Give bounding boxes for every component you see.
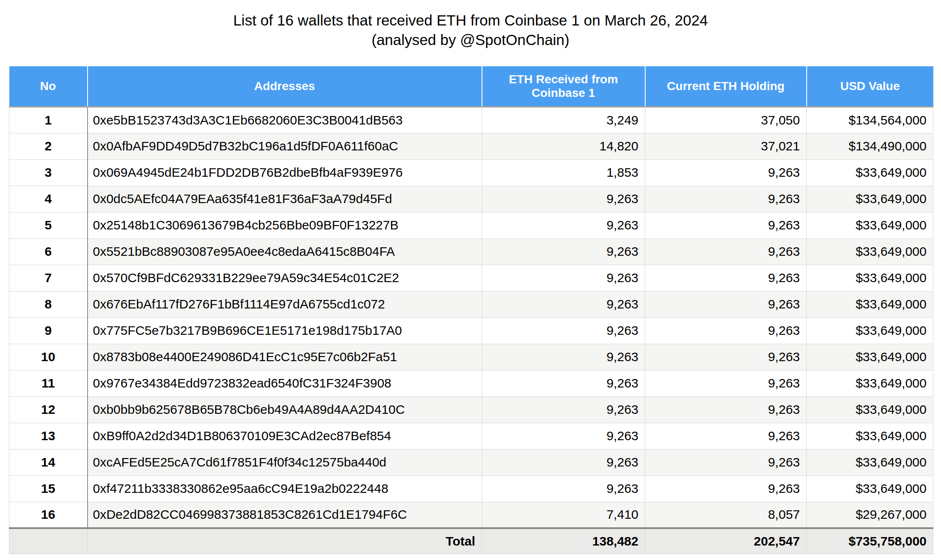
column-header-eth-received: ETH Received from Coinbase 1 <box>482 66 645 107</box>
cell-address: 0x9767e34384Edd9723832ead6540fC31F324F39… <box>88 370 482 396</box>
cell-no: 7 <box>9 265 88 291</box>
cell-current-holding: 9,263 <box>645 291 807 317</box>
cell-eth-received: 9,263 <box>482 212 645 238</box>
cell-eth-received: 9,263 <box>482 186 645 212</box>
cell-current-holding: 9,263 <box>645 449 807 475</box>
cell-current-holding: 9,263 <box>645 265 807 291</box>
cell-current-holding: 9,263 <box>645 475 807 502</box>
cell-address: 0x5521bBc88903087e95A0ee4c8edaA6415c8B04… <box>88 238 482 265</box>
cell-usd-value: $134,490,000 <box>807 133 933 159</box>
cell-no: 14 <box>9 449 88 475</box>
cell-no: 15 <box>9 475 88 502</box>
cell-eth-received: 9,263 <box>482 291 645 317</box>
table-row: 15 0xf47211b3338330862e95aa6cC94E19a2b02… <box>9 475 933 502</box>
cell-eth-received: 9,263 <box>482 265 645 291</box>
column-header-no: No <box>9 66 88 107</box>
cell-usd-value: $33,649,000 <box>807 186 933 212</box>
table-subtitle: (analysed by @SpotOnChain) <box>0 30 941 50</box>
cell-usd-value: $33,649,000 <box>807 344 933 370</box>
cell-current-holding: 9,263 <box>645 186 807 212</box>
column-header-addresses: Addresses <box>88 66 482 107</box>
cell-address: 0xB9ff0A2d2d34D1B806370109E3CAd2ec87Bef8… <box>88 423 482 449</box>
cell-address: 0x8783b08e4400E249086D41EcC1c95E7c06b2Fa… <box>88 344 482 370</box>
table-title: List of 16 wallets that received ETH fro… <box>0 11 941 30</box>
cell-eth-received: 7,410 <box>482 502 645 528</box>
table-body: 1 0xe5bB1523743d3A3C1Eb6682060E3C3B0041d… <box>9 107 933 528</box>
cell-usd-value: $33,649,000 <box>807 423 933 449</box>
cell-usd-value: $33,649,000 <box>807 317 933 344</box>
cell-address: 0xcAFEd5E25cA7Cd61f7851F4f0f34c12575ba44… <box>88 449 482 475</box>
cell-eth-received: 3,249 <box>482 107 645 133</box>
table-row: 8 0x676EbAf117fD276F1bBf1114E97dA6755cd1… <box>9 291 933 317</box>
cell-usd-value: $33,649,000 <box>807 370 933 396</box>
total-usd-value: $735,758,000 <box>807 528 933 554</box>
cell-address: 0x069A4945dE24b1FDD2DB76B2dbeBfb4aF939E9… <box>88 159 482 186</box>
cell-usd-value: $33,649,000 <box>807 291 933 317</box>
column-header-current-holding: Current ETH Holding <box>645 66 807 107</box>
total-eth-received: 138,482 <box>482 528 645 554</box>
cell-address: 0xe5bB1523743d3A3C1Eb6682060E3C3B0041dB5… <box>88 107 482 133</box>
cell-address: 0xf47211b3338330862e95aa6cC94E19a2b02224… <box>88 475 482 502</box>
cell-eth-received: 9,263 <box>482 475 645 502</box>
header-row: No Addresses ETH Received from Coinbase … <box>9 66 933 107</box>
cell-usd-value: $33,649,000 <box>807 159 933 186</box>
total-current-holding: 202,547 <box>645 528 807 554</box>
cell-current-holding: 9,263 <box>645 396 807 423</box>
cell-usd-value: $33,649,000 <box>807 475 933 502</box>
cell-current-holding: 9,263 <box>645 159 807 186</box>
table-header: No Addresses ETH Received from Coinbase … <box>9 66 933 107</box>
cell-address: 0x775FC5e7b3217B9B696CE1E5171e198d175b17… <box>88 317 482 344</box>
cell-current-holding: 9,263 <box>645 344 807 370</box>
total-empty-cell <box>9 528 88 554</box>
title-block: List of 16 wallets that received ETH fro… <box>0 11 941 50</box>
cell-address: 0x676EbAf117fD276F1bBf1114E97dA6755cd1c0… <box>88 291 482 317</box>
cell-usd-value: $29,267,000 <box>807 502 933 528</box>
table-row: 11 0x9767e34384Edd9723832ead6540fC31F324… <box>9 370 933 396</box>
cell-no: 3 <box>9 159 88 186</box>
table-row: 3 0x069A4945dE24b1FDD2DB76B2dbeBfb4aF939… <box>9 159 933 186</box>
cell-current-holding: 9,263 <box>645 370 807 396</box>
cell-eth-received: 9,263 <box>482 449 645 475</box>
cell-usd-value: $33,649,000 <box>807 265 933 291</box>
table-footer: Total 138,482 202,547 $735,758,000 <box>9 528 933 554</box>
cell-eth-received: 9,263 <box>482 370 645 396</box>
cell-current-holding: 9,263 <box>645 423 807 449</box>
cell-usd-value: $134,564,000 <box>807 107 933 133</box>
cell-usd-value: $33,649,000 <box>807 449 933 475</box>
cell-current-holding: 9,263 <box>645 317 807 344</box>
table-row: 14 0xcAFEd5E25cA7Cd61f7851F4f0f34c12575b… <box>9 449 933 475</box>
wallets-table: No Addresses ETH Received from Coinbase … <box>9 66 933 554</box>
cell-address: 0x25148b1C3069613679B4cb256Bbe09BF0F1322… <box>88 212 482 238</box>
table-row: 9 0x775FC5e7b3217B9B696CE1E5171e198d175b… <box>9 317 933 344</box>
cell-address: 0x0AfbAF9DD49D5d7B32bC196a1d5fDF0A611f60… <box>88 133 482 159</box>
table-row: 12 0xb0bb9b625678B65B78Cb6eb49A4A89d4AA2… <box>9 396 933 423</box>
cell-eth-received: 14,820 <box>482 133 645 159</box>
cell-no: 1 <box>9 107 88 133</box>
cell-current-holding: 9,263 <box>645 212 807 238</box>
cell-usd-value: $33,649,000 <box>807 238 933 265</box>
cell-eth-received: 9,263 <box>482 396 645 423</box>
cell-eth-received: 9,263 <box>482 238 645 265</box>
cell-no: 13 <box>9 423 88 449</box>
table-row: 2 0x0AfbAF9DD49D5d7B32bC196a1d5fDF0A611f… <box>9 133 933 159</box>
cell-usd-value: $33,649,000 <box>807 396 933 423</box>
total-label: Total <box>88 528 482 554</box>
cell-no: 12 <box>9 396 88 423</box>
table-row: 4 0x0dc5AEfc04A79EAa635f41e81F36aF3aA79d… <box>9 186 933 212</box>
cell-no: 2 <box>9 133 88 159</box>
cell-no: 5 <box>9 212 88 238</box>
cell-no: 10 <box>9 344 88 370</box>
table-row: 5 0x25148b1C3069613679B4cb256Bbe09BF0F13… <box>9 212 933 238</box>
cell-current-holding: 9,263 <box>645 238 807 265</box>
cell-current-holding: 37,021 <box>645 133 807 159</box>
cell-no: 16 <box>9 502 88 528</box>
cell-eth-received: 9,263 <box>482 317 645 344</box>
cell-eth-received: 9,263 <box>482 423 645 449</box>
table-row: 7 0x570Cf9BFdC629331B229ee79A59c34E54c01… <box>9 265 933 291</box>
cell-eth-received: 1,853 <box>482 159 645 186</box>
cell-current-holding: 8,057 <box>645 502 807 528</box>
cell-address: 0xDe2dD82CC046998373881853C8261Cd1E1794F… <box>88 502 482 528</box>
column-header-usd-value: USD Value <box>807 66 933 107</box>
cell-current-holding: 37,050 <box>645 107 807 133</box>
cell-address: 0x0dc5AEfc04A79EAa635f41e81F36aF3aA79d45… <box>88 186 482 212</box>
